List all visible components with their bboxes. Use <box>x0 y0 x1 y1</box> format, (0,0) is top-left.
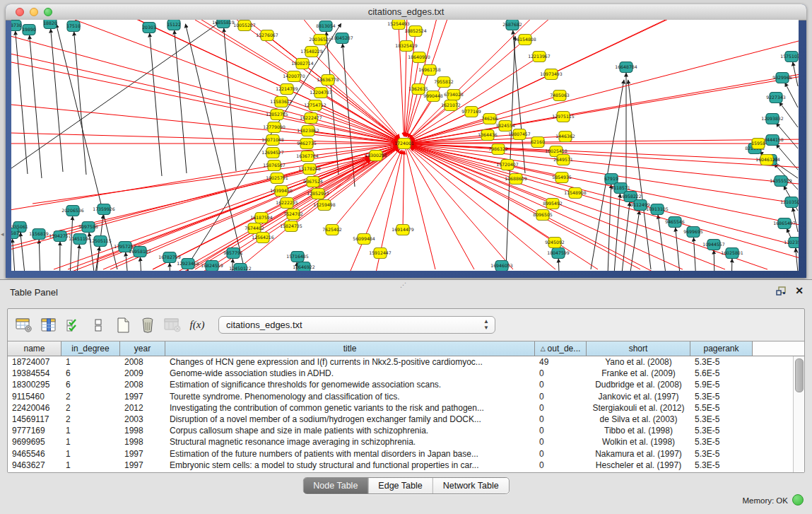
network-node-teal[interactable]: 9227343 <box>766 93 786 103</box>
table-cell-out_de[interactable]: 0 <box>535 437 587 447</box>
table-cell-out_de[interactable]: 0 <box>535 380 587 390</box>
network-node-yellow[interactable]: 1362615 <box>408 84 428 95</box>
network-node-yellow[interactable]: 9990448 <box>423 91 443 102</box>
table-cell-title[interactable]: Corpus callosum shape and size in male p… <box>165 426 535 436</box>
table-cell-pagerank[interactable]: 5.6E-5 <box>690 368 753 378</box>
table-cell-year[interactable]: 2012 <box>120 403 165 413</box>
network-node-teal[interactable]: 9097588 <box>78 222 98 233</box>
network-node-yellow[interactable]: 1446362 <box>555 132 575 142</box>
table-cell-title[interactable]: Investigating the contribution of common… <box>165 403 535 413</box>
network-node-yellow[interactable]: 15958 <box>751 139 765 149</box>
table-row[interactable]: 911546021997Tourette syndrome. Phenomeno… <box>8 391 794 402</box>
table-cell-pagerank[interactable]: 5.5E-5 <box>690 403 753 413</box>
table-row[interactable]: 946362711997Embryonic stem cells: a mode… <box>8 460 794 471</box>
network-node-yellow[interactable]: 16154808 <box>514 35 536 45</box>
network-node-yellow[interactable]: 12213967 <box>528 52 551 62</box>
network-node-teal[interactable]: 9329966 <box>772 73 792 83</box>
network-node-teal[interactable]: 8813054 <box>316 21 336 32</box>
table-row[interactable]: 1830029562008Estimation of significance … <box>8 379 794 390</box>
network-node-yellow[interactable]: 18082714 <box>291 59 314 69</box>
tab-edge-table[interactable]: Edge Table <box>368 478 433 493</box>
network-node-yellow[interactable]: 20036520 <box>309 35 331 45</box>
table-cell-pagerank[interactable]: 5.3E-5 <box>690 357 753 367</box>
table-cell-in_degree[interactable]: 1 <box>61 460 120 470</box>
network-node-yellow[interactable]: 6734028 <box>444 90 464 100</box>
network-node-teal[interactable]: 18730 <box>11 21 22 31</box>
network-node-teal[interactable]: 12103504 <box>780 197 799 208</box>
table-cell-name[interactable]: 18724007 <box>8 357 61 367</box>
table-cell-pagerank[interactable]: 5.3E-5 <box>690 460 753 470</box>
network-node-yellow[interactable]: 15276067 <box>256 30 278 41</box>
network-node-yellow[interactable]: 10688609 <box>505 174 527 185</box>
network-node-yellow[interactable]: 17548229 <box>300 47 323 57</box>
table-row[interactable]: 1938455462009Genome-wide association stu… <box>8 368 794 379</box>
table-cell-title[interactable]: Structural magnetic resonance image aver… <box>165 437 535 447</box>
table-cell-pagerank[interactable]: 5.3E-5 <box>690 437 753 447</box>
table-cell-in_degree[interactable]: 2 <box>61 392 120 402</box>
table-row[interactable]: 969969511998Structural magnetic resonanc… <box>8 436 794 448</box>
table-cell-out_de[interactable]: 0 <box>535 426 587 436</box>
network-node-yellow[interactable]: 11548908 <box>564 188 587 199</box>
table-cell-short[interactable]: Wolkin et al. (1998) <box>587 437 690 447</box>
network-node-teal[interactable]: 15751074 <box>780 52 799 62</box>
network-node-yellow[interactable]: 7986322 <box>488 144 508 155</box>
table-row[interactable]: 1456911722003Disruption of a novel membe… <box>8 414 794 425</box>
panel-resize-grip[interactable]: ⋰ <box>400 281 406 288</box>
network-node-yellow[interactable]: 15824735 <box>280 221 302 232</box>
table-row[interactable]: 977716911998Corpus callosum shape and si… <box>8 425 794 436</box>
table-cell-in_degree[interactable]: 1 <box>61 437 120 447</box>
network-node-teal[interactable]: 12093832 <box>761 114 784 124</box>
table-cell-name[interactable]: 9777169 <box>8 426 61 436</box>
network-node-yellow[interactable]: 62160 <box>531 137 545 148</box>
network-node-teal[interactable]: 10646922 <box>293 262 315 271</box>
table-cell-pagerank[interactable]: 5.3E-5 <box>690 414 753 424</box>
network-node-teal[interactable]: 20303 <box>142 23 156 33</box>
column-header-title[interactable]: title <box>165 341 535 356</box>
table-select-dropdown[interactable]: citations_edges.txt ▲▼ <box>218 316 495 334</box>
network-node-teal[interactable]: 18047599 <box>547 248 570 259</box>
table-cell-in_degree[interactable]: 6 <box>61 368 120 378</box>
network-node-yellow[interactable]: 15912447 <box>369 248 392 259</box>
vertical-scrollbar[interactable] <box>793 356 804 472</box>
table-cell-in_degree[interactable]: 6 <box>61 380 120 390</box>
network-node-yellow[interactable]: 7625402 <box>322 225 342 235</box>
table-cell-out_de[interactable]: 0 <box>535 414 587 424</box>
column-header-pagerank[interactable]: pagerank <box>690 341 753 356</box>
network-node-yellow[interactable]: 7485063 <box>550 90 570 101</box>
network-node-teal[interactable]: 16865497 <box>773 218 796 229</box>
window-titlebar[interactable]: citations_edges.txt <box>6 4 806 21</box>
network-node-teal[interactable]: 17510 <box>66 21 81 32</box>
delete-table-icon[interactable] <box>139 316 157 334</box>
close-panel-icon[interactable]: ✕ <box>795 285 804 296</box>
table-cell-title[interactable]: Changes of HCN gene expression and I(f) … <box>165 357 535 367</box>
memory-status-icon[interactable] <box>792 494 804 506</box>
table-row[interactable]: 2242004622012Investigating the contribut… <box>8 402 794 414</box>
table-cell-year[interactable]: 1997 <box>120 449 165 459</box>
network-node-teal[interactable]: 9465546 <box>665 217 685 228</box>
panel-collapse-icon[interactable]: ◂ <box>1 230 4 238</box>
table-cell-short[interactable]: Jankovic et al. (1997) <box>587 392 690 402</box>
network-node-yellow[interactable]: 15876567 <box>263 160 286 171</box>
network-node-teal[interactable]: 18820 <box>43 20 57 29</box>
table-cell-name[interactable]: 9465546 <box>8 449 61 459</box>
table-cell-short[interactable]: Yano et al. (2008) <box>587 357 690 367</box>
network-node-teal[interactable]: 19890 <box>22 25 36 35</box>
network-node-teal[interactable]: 17359926 <box>93 204 115 215</box>
table-cell-in_degree[interactable]: 2 <box>61 414 120 424</box>
column-header-name[interactable]: name <box>8 341 61 356</box>
table-row[interactable]: 946554611997Estimation of the future num… <box>8 448 794 460</box>
network-node-teal[interactable]: 11023504 <box>784 238 799 248</box>
new-table-icon[interactable] <box>114 316 132 334</box>
table-cell-title[interactable]: Embryonic stem cells: a model to study s… <box>165 460 535 470</box>
network-node-yellow[interactable]: 1364436 <box>478 130 498 141</box>
network-node-yellow[interactable]: 12204787 <box>310 88 332 98</box>
table-cell-short[interactable]: Franke et al. (2009) <box>587 368 690 378</box>
table-cell-short[interactable]: Tibbo et al. (1998) <box>587 426 690 436</box>
table-cell-title[interactable]: Disruption of a novel member of a sodium… <box>165 414 535 424</box>
network-node-teal[interactable]: 16824559 <box>201 261 223 271</box>
network-node-yellow[interactable]: 18852524 <box>404 26 427 37</box>
table-cell-title[interactable]: Tourette syndrome. Phenomenology and cla… <box>165 392 535 402</box>
tab-network-table[interactable]: Network Table <box>433 478 509 493</box>
table-cell-pagerank[interactable]: 5.3E-5 <box>690 392 753 402</box>
network-node-teal[interactable]: 13942757 <box>49 231 71 242</box>
